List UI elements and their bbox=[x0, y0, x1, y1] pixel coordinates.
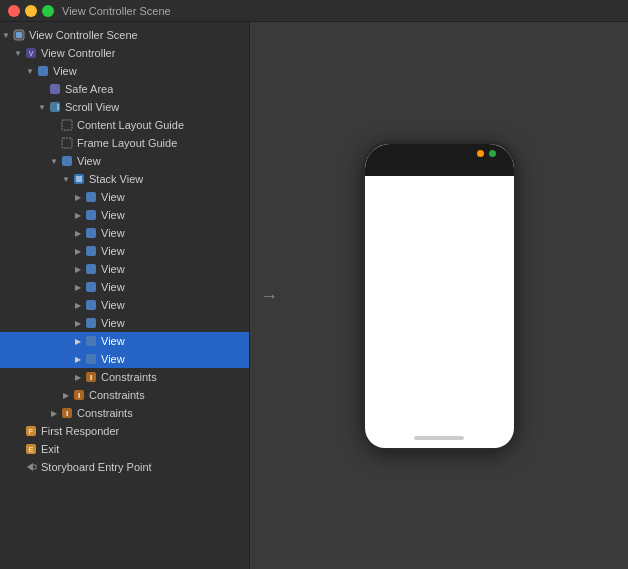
tree-arrow-sv-view2[interactable] bbox=[72, 209, 84, 221]
tree-label-scene: View Controller Scene bbox=[29, 29, 138, 41]
green-dot bbox=[489, 150, 496, 157]
tree-arrow-view2[interactable] bbox=[48, 155, 60, 167]
tree-item-constraints1[interactable]: I Constraints bbox=[0, 386, 249, 404]
view-icon bbox=[84, 190, 98, 204]
tree-label-vc: View Controller bbox=[41, 47, 115, 59]
view-icon bbox=[84, 244, 98, 258]
tree-item-scrollview[interactable]: Scroll View bbox=[0, 98, 249, 116]
view-icon bbox=[84, 262, 98, 276]
view-icon bbox=[84, 280, 98, 294]
tree-item-sv-view3[interactable]: View bbox=[0, 224, 249, 242]
view-icon bbox=[84, 316, 98, 330]
tree-arrow-entry bbox=[12, 461, 24, 473]
tree-item-framelayout[interactable]: Frame Layout Guide bbox=[0, 134, 249, 152]
tree-label-safearea: Safe Area bbox=[65, 83, 113, 95]
tree-item-sv-view5[interactable]: View bbox=[0, 260, 249, 278]
scene-tree-panel: View Controller Scene V View Controller … bbox=[0, 22, 250, 569]
svg-text:V: V bbox=[29, 50, 34, 57]
tree-label-framelayout: Frame Layout Guide bbox=[77, 137, 177, 149]
tree-label-stackview: Stack View bbox=[89, 173, 143, 185]
first-responder-icon: F bbox=[24, 424, 38, 438]
tree-label-scrollview: Scroll View bbox=[65, 101, 119, 113]
layout-guide-icon bbox=[60, 136, 74, 150]
tree-label-sv-view10: View bbox=[101, 353, 125, 365]
tree-item-view1[interactable]: View bbox=[0, 62, 249, 80]
tree-item-scene[interactable]: View Controller Scene bbox=[0, 26, 249, 44]
view-icon bbox=[84, 208, 98, 222]
tree-item-sv-view1[interactable]: View bbox=[0, 188, 249, 206]
phone-bottom bbox=[365, 428, 514, 448]
svg-rect-8 bbox=[62, 120, 72, 130]
tree-arrow-sv-view10[interactable] bbox=[72, 353, 84, 365]
tree-item-constraints2[interactable]: I Constraints bbox=[0, 404, 249, 422]
view-icon bbox=[60, 154, 74, 168]
tree-item-sv-view2[interactable]: View bbox=[0, 206, 249, 224]
scroll-icon bbox=[48, 100, 62, 114]
tree-arrow-sv-view7[interactable] bbox=[72, 299, 84, 311]
tree-arrow-constraints1[interactable] bbox=[60, 389, 72, 401]
svg-rect-24 bbox=[86, 354, 96, 364]
exit-icon: E bbox=[24, 442, 38, 456]
tree-item-sv-view8[interactable]: View bbox=[0, 314, 249, 332]
tree-label-entry: Storyboard Entry Point bbox=[41, 461, 152, 473]
svg-rect-16 bbox=[86, 210, 96, 220]
tree-item-sv-view9[interactable]: View bbox=[0, 332, 249, 350]
tree-item-exit[interactable]: E Exit bbox=[0, 440, 249, 458]
svg-rect-15 bbox=[86, 192, 96, 202]
tree-item-inner-constraints[interactable]: I Constraints bbox=[0, 368, 249, 386]
tree-item-view2[interactable]: View bbox=[0, 152, 249, 170]
tree-arrow-sv-view1[interactable] bbox=[72, 191, 84, 203]
tree-arrow-view1[interactable] bbox=[24, 65, 36, 77]
entry-icon bbox=[24, 460, 38, 474]
svg-rect-5 bbox=[50, 84, 60, 94]
constraints-icon: I bbox=[60, 406, 74, 420]
tree-label-sv-view9: View bbox=[101, 335, 125, 347]
tree-arrow-scrollview[interactable] bbox=[36, 101, 48, 113]
tree-item-safearea[interactable]: Safe Area bbox=[0, 80, 249, 98]
tree-label-first-responder: First Responder bbox=[41, 425, 119, 437]
maximize-button[interactable] bbox=[42, 5, 54, 17]
tree-item-sv-view6[interactable]: View bbox=[0, 278, 249, 296]
minimize-button[interactable] bbox=[25, 5, 37, 17]
svg-rect-9 bbox=[62, 138, 72, 148]
tree-arrow-inner-constraints[interactable] bbox=[72, 371, 84, 383]
tree-label-constraints2: Constraints bbox=[77, 407, 133, 419]
tree-label-sv-view6: View bbox=[101, 281, 125, 293]
tree-arrow-safearea bbox=[36, 83, 48, 95]
window-title: View Controller Scene bbox=[62, 5, 171, 17]
phone-status-dots bbox=[477, 150, 496, 157]
phone-notch bbox=[412, 144, 467, 166]
tree-label-inner-constraints: Constraints bbox=[101, 371, 157, 383]
tree-arrow-sv-view6[interactable] bbox=[72, 281, 84, 293]
tree-item-sv-view4[interactable]: View bbox=[0, 242, 249, 260]
tree-arrow-contentlayout bbox=[48, 119, 60, 131]
tree-label-view2: View bbox=[77, 155, 101, 167]
svg-text:I: I bbox=[66, 409, 68, 418]
view-icon bbox=[84, 298, 98, 312]
tree-item-sv-view7[interactable]: View bbox=[0, 296, 249, 314]
tree-arrow-stackview[interactable] bbox=[60, 173, 72, 185]
tree-item-vc[interactable]: V View Controller bbox=[0, 44, 249, 62]
tree-arrow-sv-view4[interactable] bbox=[72, 245, 84, 257]
tree-item-first-responder[interactable]: F First Responder bbox=[0, 422, 249, 440]
tree-arrow-sv-view3[interactable] bbox=[72, 227, 84, 239]
svg-rect-4 bbox=[38, 66, 48, 76]
title-bar: View Controller Scene bbox=[0, 0, 628, 22]
tree-arrow-scene[interactable] bbox=[0, 29, 12, 41]
tree-label-sv-view2: View bbox=[101, 209, 125, 221]
tree-item-sv-view10[interactable]: View bbox=[0, 350, 249, 368]
tree-item-stackview[interactable]: Stack View bbox=[0, 170, 249, 188]
tree-arrow-framelayout bbox=[48, 137, 60, 149]
close-button[interactable] bbox=[8, 5, 20, 17]
tree-arrow-sv-view5[interactable] bbox=[72, 263, 84, 275]
view-icon bbox=[84, 226, 98, 240]
tree-arrow-sv-view8[interactable] bbox=[72, 317, 84, 329]
tree-label-sv-view7: View bbox=[101, 299, 125, 311]
tree-arrow-constraints2[interactable] bbox=[48, 407, 60, 419]
tree-item-entry[interactable]: Storyboard Entry Point bbox=[0, 458, 249, 476]
view-icon bbox=[84, 334, 98, 348]
tree-item-contentlayout[interactable]: Content Layout Guide bbox=[0, 116, 249, 134]
svg-rect-1 bbox=[16, 32, 22, 38]
tree-arrow-sv-view9[interactable] bbox=[72, 335, 84, 347]
tree-arrow-vc[interactable] bbox=[12, 47, 24, 59]
